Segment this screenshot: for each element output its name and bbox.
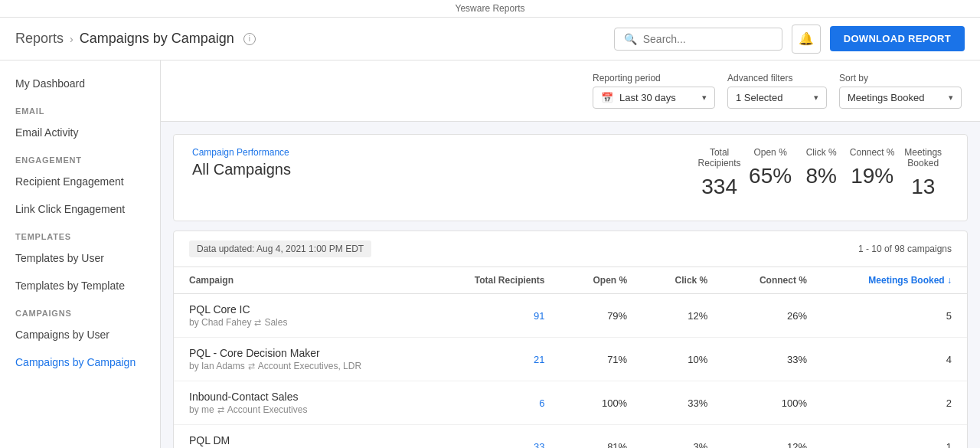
sidebar-item-link-click-engagement[interactable]: Link Click Engagement [0,195,160,223]
cell-campaign-2: Inbound-Contact Sales by me ⇄ Account Ex… [174,381,432,425]
chevron-down-icon: ▾ [702,93,707,103]
summary-card: Campaign Performance All Campaigns Total… [173,134,968,221]
chevron-down-icon-3: ▾ [949,93,953,103]
sidebar-item-campaigns-by-campaign[interactable]: Campaigns by Campaign [0,348,160,376]
campaign-name-0: PQL Core IC [189,303,416,316]
data-updated-label: Data updated: Aug 4, 2021 1:00 PM EDT [189,240,371,257]
metric-meetings-booked: Meetings Booked 13 [897,147,949,199]
metric-connect-pct-value: 19% [847,164,898,188]
reporting-period-label: Reporting period [593,73,715,83]
cell-campaign-3: PQL DM by Chad Fahey ⇄ Sales [174,425,432,449]
page-title: Campaigns by Campaign [80,31,234,47]
search-box[interactable]: 🔍 [614,28,782,51]
table-row: PQL - Core Decision Maker by Ian Adams ⇄… [174,338,967,381]
cell-click-pct-2: 33% [642,381,723,425]
sidebar-item-templates-by-user[interactable]: Templates by User [0,244,160,272]
reporting-period-select[interactable]: 📅 Last 30 days ▾ [593,87,715,109]
summary-title-area: Campaign Performance All Campaigns [192,147,291,178]
table-header-row: Campaign Total Recipients Open % Click %… [174,267,967,294]
sort-by-label: Sort by [839,73,962,83]
sidebar-item-my-dashboard[interactable]: My Dashboard [0,70,160,97]
campaign-name-1: PQL - Core Decision Maker [189,347,416,359]
col-header-click-pct: Click % [642,267,723,294]
top-bar-title: Yesware Reports [456,3,525,14]
col-header-total-recipients: Total Recipients [432,267,560,294]
pagination-info: 1 - 10 of 98 campaigns [858,244,952,254]
sidebar-item-email-activity[interactable]: Email Activity [0,119,160,146]
cell-total-recipients-0: 91 [432,294,560,338]
cell-total-recipients-3: 33 [432,425,560,449]
breadcrumb: Reports › Campaigns by Campaign i [15,31,256,47]
campaign-name-2: Inbound-Contact Sales [189,391,416,403]
header: Reports › Campaigns by Campaign i 🔍 🔔 DO… [0,18,980,60]
cell-connect-pct-3: 12% [723,425,822,449]
summary-metrics: Total Recipients 334 Open % 65% Click % … [694,147,949,199]
metric-click-pct-value: 8% [795,164,847,188]
metric-total-recipients: Total Recipients 334 [694,147,745,199]
header-right: 🔍 🔔 DOWNLOAD REPORT [614,25,965,54]
cell-connect-pct-1: 33% [723,338,822,381]
search-icon: 🔍 [624,33,637,45]
all-campaigns-name: All Campaigns [192,161,291,178]
sidebar-section-campaigns: CAMPAIGNS [0,299,160,321]
campaigns-table: Campaign Total Recipients Open % Click %… [174,267,967,448]
sidebar-item-recipient-engagement[interactable]: Recipient Engagement [0,168,160,195]
metric-connect-pct: Connect % 19% [847,147,898,199]
table-info-bar: Data updated: Aug 4, 2021 1:00 PM EDT 1 … [174,231,967,267]
cell-click-pct-3: 3% [642,425,723,449]
info-icon[interactable]: i [243,33,256,45]
reporting-period-group: Reporting period 📅 Last 30 days ▾ [593,73,715,109]
advanced-filters-select[interactable]: 1 Selected ▾ [727,87,827,109]
metric-total-recipients-value: 334 [694,175,745,199]
search-input[interactable] [643,33,773,45]
cell-total-recipients-1: 21 [432,338,560,381]
cell-campaign-1: PQL - Core Decision Maker by Ian Adams ⇄… [174,338,432,381]
calendar-icon: 📅 [601,92,613,103]
notifications-button[interactable]: 🔔 [792,25,821,54]
summary-header: Campaign Performance All Campaigns Total… [192,147,949,199]
col-header-campaign: Campaign [174,267,432,294]
cell-click-pct-0: 12% [642,294,723,338]
download-report-button[interactable]: DOWNLOAD REPORT [830,26,965,51]
sidebar-item-templates-by-template[interactable]: Templates by Template [0,272,160,299]
share-icon-2: ⇄ [217,405,224,415]
breadcrumb-reports[interactable]: Reports [15,31,64,47]
metric-open-pct: Open % 65% [745,147,796,199]
metric-open-pct-value: 65% [745,164,796,188]
table-row: PQL DM by Chad Fahey ⇄ Sales 33 81% 3% 1… [174,425,967,449]
sidebar-item-campaigns-by-user[interactable]: Campaigns by User [0,321,160,348]
table-row: PQL Core IC by Chad Fahey ⇄ Sales 91 79%… [174,294,967,338]
metric-meetings-booked-label: Meetings Booked [897,147,949,168]
filters-bar: Reporting period 📅 Last 30 days ▾ Advanc… [161,60,980,122]
table-row: Inbound-Contact Sales by me ⇄ Account Ex… [174,381,967,425]
col-header-connect-pct: Connect % [723,267,822,294]
breadcrumb-separator: › [70,33,74,45]
advanced-filters-label: Advanced filters [727,73,827,83]
sort-by-select[interactable]: Meetings Booked ▾ [839,87,962,109]
cell-meetings-booked-2: 2 [822,381,967,425]
reporting-period-value: Last 30 days [619,92,676,103]
campaign-meta-1: by Ian Adams ⇄ Account Executives, LDR [189,361,416,371]
cell-connect-pct-2: 100% [723,381,822,425]
cell-campaign-0: PQL Core IC by Chad Fahey ⇄ Sales [174,294,432,338]
cell-total-recipients-2: 6 [432,381,560,425]
content: Reporting period 📅 Last 30 days ▾ Advanc… [161,60,980,448]
cell-click-pct-1: 10% [642,338,723,381]
chevron-down-icon-2: ▾ [814,93,818,103]
metric-meetings-booked-value: 13 [897,175,949,199]
share-icon-0: ⇄ [254,318,261,328]
col-header-meetings-booked[interactable]: Meetings Booked ↓ [822,267,967,294]
sidebar-section-templates: TEMPLATES [0,223,160,244]
cell-meetings-booked-1: 4 [822,338,967,381]
metric-connect-pct-label: Connect % [847,147,898,158]
metric-open-pct-label: Open % [745,147,796,158]
cell-open-pct-1: 71% [560,338,643,381]
advanced-filters-group: Advanced filters 1 Selected ▾ [727,73,827,109]
cell-open-pct-3: 81% [560,425,643,449]
top-bar: Yesware Reports [0,0,980,18]
campaigns-table-container: Data updated: Aug 4, 2021 1:00 PM EDT 1 … [173,231,968,448]
sort-by-value: Meetings Booked [848,92,924,103]
cell-meetings-booked-0: 5 [822,294,967,338]
cell-meetings-booked-3: 1 [822,425,967,449]
cell-open-pct-0: 79% [560,294,643,338]
